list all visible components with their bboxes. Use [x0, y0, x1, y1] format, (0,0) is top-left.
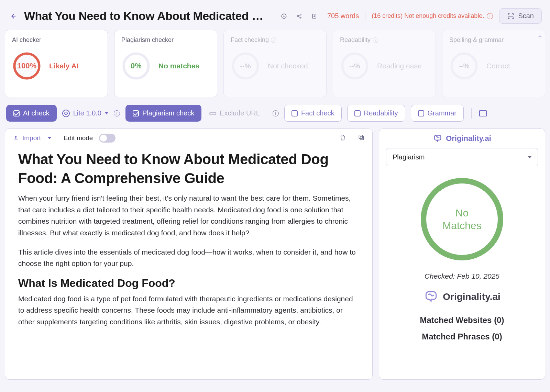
result-type-dropdown[interactable]: Plagiarism — [386, 148, 538, 166]
svg-point-2 — [300, 14, 301, 15]
grammar-button[interactable]: Grammar — [411, 105, 464, 122]
info-icon[interactable]: i — [271, 37, 276, 43]
svg-point-1 — [297, 15, 298, 16]
matched-phrases[interactable]: Matched Phrases (0) — [386, 332, 538, 341]
results-sidebar: Originality.ai Plagiarism No Matches Che… — [379, 128, 545, 380]
credits-warning: (16 credits) Not enough credits availabl… — [372, 12, 484, 20]
model-version-dropdown[interactable]: Lite 1.0.0 — [62, 109, 108, 117]
edit-mode-toggle[interactable] — [99, 134, 116, 143]
brand-footer: Originality.ai — [386, 289, 538, 304]
exclude-url-button: Exclude URL — [207, 105, 267, 122]
info-icon[interactable]: i — [487, 13, 493, 19]
read-donut: --% — [340, 51, 370, 81]
gram-status: Correct — [486, 61, 510, 70]
svg-rect-12 — [14, 140, 18, 141]
doc-paragraph: Medicated dog food is a type of pet food… — [18, 293, 359, 328]
copy-icon[interactable] — [358, 134, 365, 142]
doc-paragraph: When your furry friend isn't feeling the… — [18, 192, 359, 238]
card-label: Fact checking i — [231, 36, 319, 44]
delete-icon[interactable] — [339, 134, 346, 142]
card-fact-checking[interactable]: Fact checking i --% Not checked — [223, 30, 327, 97]
read-percent: --% — [340, 51, 370, 81]
add-icon[interactable] — [280, 13, 287, 20]
ai-status: Likely AI — [49, 62, 79, 70]
word-count: 705 words — [327, 12, 359, 20]
card-ai-checker[interactable]: AI checker 100% Likely AI — [5, 30, 108, 97]
card-label: Spelling & grammar — [449, 36, 538, 44]
doc-title: What You Need to Know About Medicated Do… — [18, 150, 359, 188]
card-readability[interactable]: Readability i --% Reading ease — [333, 30, 436, 97]
fact-status: Not checked — [268, 61, 308, 70]
checkbox-icon — [418, 110, 424, 116]
fact-percent: --% — [231, 51, 260, 81]
gram-donut: --% — [449, 51, 479, 81]
card-label: Readability i — [340, 36, 429, 44]
checked-date: Checked: Feb 10, 2025 — [386, 272, 538, 280]
chevron-down-icon — [528, 156, 531, 158]
scan-button[interactable]: Scan — [499, 8, 542, 24]
card-label: AI checker — [12, 36, 101, 44]
back-button[interactable] — [8, 11, 18, 21]
fact-check-button[interactable]: Fact check — [284, 105, 342, 122]
document-content[interactable]: What You Need to Know About Medicated Do… — [5, 147, 372, 379]
card-grammar[interactable]: Spelling & grammar --% Correct — [442, 30, 545, 97]
bookmark-icon[interactable] — [479, 110, 487, 116]
readability-button[interactable]: Readability — [347, 105, 405, 122]
share-icon[interactable] — [296, 13, 302, 20]
svg-rect-13 — [360, 136, 364, 140]
scan-label: Scan — [518, 12, 534, 20]
doc-heading: What Is Medicated Dog Food? — [18, 277, 359, 290]
editor-pane: Import Edit mode What You Need to — [5, 128, 373, 380]
plag-score-donut: 0% — [121, 51, 151, 81]
svg-rect-14 — [359, 135, 362, 138]
chevron-down-icon — [48, 137, 51, 139]
card-label: Plagiarism checker — [121, 36, 210, 44]
info-icon[interactable]: i — [373, 37, 378, 43]
brain-icon — [433, 134, 442, 143]
svg-point-3 — [300, 17, 301, 18]
doc-paragraph: This article dives into the essentials o… — [18, 246, 359, 269]
plagiarism-result-badge: No Matches — [421, 178, 503, 260]
checkbox-checked-icon — [13, 110, 20, 116]
target-icon — [62, 110, 70, 117]
link-off-icon — [209, 110, 216, 117]
read-status: Reading ease — [377, 61, 422, 70]
matched-websites[interactable]: Matched Websites (0) — [386, 315, 538, 325]
plag-status: No matches — [158, 62, 199, 70]
import-button[interactable]: Import — [13, 134, 51, 142]
checkbox-icon — [292, 110, 298, 116]
ai-score-donut: 100% — [12, 51, 42, 81]
ai-percent: 100% — [12, 51, 42, 81]
info-icon[interactable]: i — [114, 110, 120, 116]
ai-check-button[interactable]: AI check — [6, 105, 57, 122]
download-icon[interactable] — [311, 13, 318, 20]
divider — [471, 108, 472, 119]
checkbox-checked-icon — [133, 110, 139, 116]
checkbox-icon — [354, 110, 361, 116]
card-plagiarism-checker[interactable]: Plagiarism checker 0% No matches — [114, 30, 217, 97]
edit-mode-label: Edit mode — [64, 134, 93, 142]
plagiarism-check-button[interactable]: Plagiarism check — [125, 105, 201, 122]
chevron-down-icon — [105, 112, 108, 114]
brand-header: Originality.ai — [386, 134, 538, 143]
brain-icon — [424, 289, 439, 304]
page-title: What You Need to Know About Medicated Do… — [24, 9, 272, 23]
plag-percent: 0% — [121, 51, 151, 81]
info-icon[interactable]: i — [273, 110, 279, 116]
gram-percent: --% — [449, 51, 479, 81]
fact-donut: --% — [231, 51, 260, 81]
